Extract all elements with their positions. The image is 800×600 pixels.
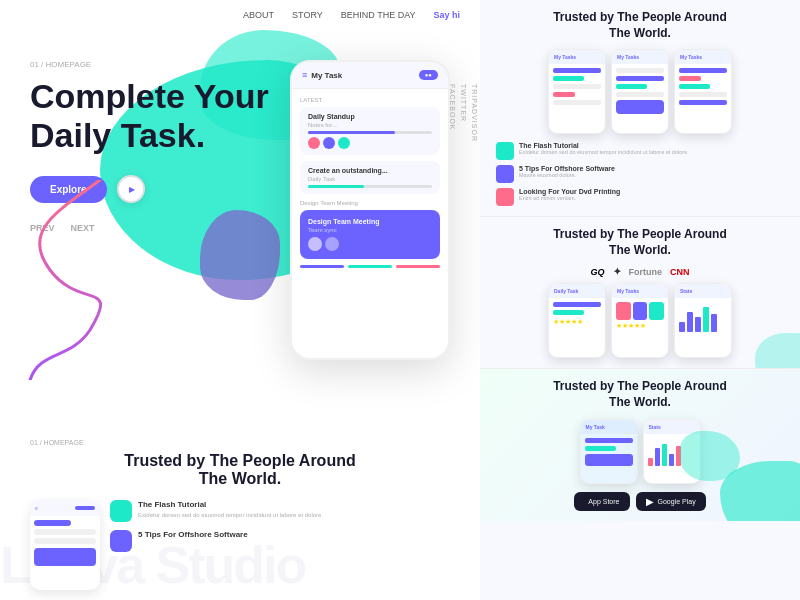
rp-phones: My Tasks My Tasks bbox=[496, 49, 784, 134]
phone-body: LATEST Daily Standup Notes for... Create… bbox=[292, 89, 448, 276]
rp-phone-1: My Tasks bbox=[548, 49, 606, 134]
rp-phone-5: My Tasks ★★★★★ bbox=[611, 283, 669, 358]
social-sidebar: TRIPADVISOR TWITTER FACEBOOK bbox=[447, 80, 480, 146]
appstore-label: App Store bbox=[588, 498, 619, 505]
article-icon-2 bbox=[110, 530, 132, 552]
navigation: ABOUT STORY BEHIND THE DAY Say hi bbox=[243, 10, 460, 20]
rp-phone-4: Daily Task ★★★★★ bbox=[548, 283, 606, 358]
section-label: 01 / HOMEPAGE bbox=[30, 439, 450, 446]
brand-logos: GQ ✦ Fortune CNN bbox=[496, 266, 784, 277]
r-article-3: Looking For Your Dvd Printing Enim ad mi… bbox=[496, 188, 784, 206]
hero-title: Complete Your Daily Task. bbox=[30, 77, 269, 155]
nav-behind[interactable]: BEHIND THE DAY bbox=[341, 10, 416, 20]
r-article-icon-2 bbox=[496, 165, 514, 183]
brand-cnn: CNN bbox=[670, 267, 690, 277]
task-item-1: Daily Standup Notes for... bbox=[300, 107, 440, 155]
section-below: 01 / HOMEPAGE Trusted by The People Arou… bbox=[0, 419, 480, 600]
phone-title: My Task bbox=[311, 71, 342, 80]
social-facebook: FACEBOOK bbox=[447, 80, 458, 146]
article-icon-1 bbox=[110, 500, 132, 522]
googleplay-label: Google Play bbox=[658, 498, 696, 505]
right-section-1: Trusted by The People AroundThe World. M… bbox=[480, 0, 800, 217]
right-title-1: Trusted by The People AroundThe World. bbox=[496, 10, 784, 41]
phone-badge: ●● bbox=[419, 70, 438, 80]
appstore-button[interactable]: App Store bbox=[574, 492, 629, 511]
stars-2: ★★★★★ bbox=[616, 322, 646, 330]
r-article-title-2: 5 Tips For Offshore Software bbox=[519, 165, 615, 172]
phone-card-blue: Design Team Meeting Team sync bbox=[300, 210, 440, 259]
brand-fortune: Fortune bbox=[629, 267, 663, 277]
article-title-2: 5 Tips For Offshore Software bbox=[138, 530, 248, 539]
cards-row: ≡ The Flash Tutorial Exidetur dorsen sed… bbox=[30, 500, 450, 590]
r-article-title-3: Looking For Your Dvd Printing bbox=[519, 188, 620, 195]
wavy-line bbox=[20, 180, 180, 380]
section-title: Trusted by The People AroundThe World. bbox=[30, 452, 450, 488]
breadcrumb: 01 / HOMEPAGE bbox=[30, 60, 269, 69]
nav-sayhi[interactable]: Say hi bbox=[433, 10, 460, 20]
right-panel: Trusted by The People AroundThe World. M… bbox=[480, 0, 800, 600]
article-item-1: The Flash Tutorial Exidetur dorsen sed d… bbox=[110, 500, 450, 522]
brand-star: ✦ bbox=[613, 266, 621, 277]
nav-story[interactable]: STORY bbox=[292, 10, 323, 20]
rp-phone-6: Stats bbox=[674, 283, 732, 358]
right-title-3: Trusted by The People AroundThe World. bbox=[496, 379, 784, 410]
mini-phone-left: ≡ bbox=[30, 500, 100, 590]
r-article-body-3: Enim ad minim veniam. bbox=[519, 195, 620, 203]
right-section-2: Trusted by The People AroundThe World. G… bbox=[480, 217, 800, 369]
task-item-2: Create an outstanding... Daily Task bbox=[300, 161, 440, 194]
rp-phone-3: My Tasks bbox=[674, 49, 732, 134]
r-article-icon-3 bbox=[496, 188, 514, 206]
article-item-2: 5 Tips For Offshore Software bbox=[110, 530, 450, 552]
phone-header: ≡ My Task ●● bbox=[292, 62, 448, 89]
rp-phone-2: My Tasks bbox=[611, 49, 669, 134]
right-articles-1: The Flash Tutorial Exidetur dorsen sed d… bbox=[496, 142, 784, 206]
rp-phone-7: My Task bbox=[580, 419, 638, 484]
rp-phones-2: Daily Task ★★★★★ My Tasks bbox=[496, 283, 784, 358]
phone-mockup: ≡ My Task ●● LATEST Daily Standup Notes … bbox=[290, 60, 450, 360]
left-panel: ABOUT STORY BEHIND THE DAY Say hi TRIPAD… bbox=[0, 0, 480, 600]
r-article-2: 5 Tips For Offshore Software Maxire eius… bbox=[496, 165, 784, 183]
r-article-body-2: Maxire eiusmod dolore. bbox=[519, 172, 615, 180]
r-article-body-1: Exidetur dorsen sed do eiusmod tempor in… bbox=[519, 149, 689, 157]
r-article-icon-1 bbox=[496, 142, 514, 160]
social-twitter: TWITTER bbox=[458, 80, 469, 146]
googleplay-button[interactable]: ▶ Google Play bbox=[636, 492, 706, 511]
r-article-1: The Flash Tutorial Exidetur dorsen sed d… bbox=[496, 142, 784, 160]
social-tripadvisor: TRIPADVISOR bbox=[469, 80, 480, 146]
article-list: The Flash Tutorial Exidetur dorsen sed d… bbox=[110, 500, 450, 590]
article-body-1: Exidetur dorsen sed do eiusmod tempor in… bbox=[138, 511, 323, 519]
brand-gq: GQ bbox=[590, 267, 604, 277]
google-icon: ▶ bbox=[646, 496, 654, 507]
stars-1: ★★★★★ bbox=[553, 318, 583, 326]
right-title-2: Trusted by The People AroundThe World. bbox=[496, 227, 784, 258]
article-title-1: The Flash Tutorial bbox=[138, 500, 323, 509]
r-article-title-1: The Flash Tutorial bbox=[519, 142, 689, 149]
nav-about[interactable]: ABOUT bbox=[243, 10, 274, 20]
right-section-3: Trusted by The People AroundThe World. M… bbox=[480, 369, 800, 520]
